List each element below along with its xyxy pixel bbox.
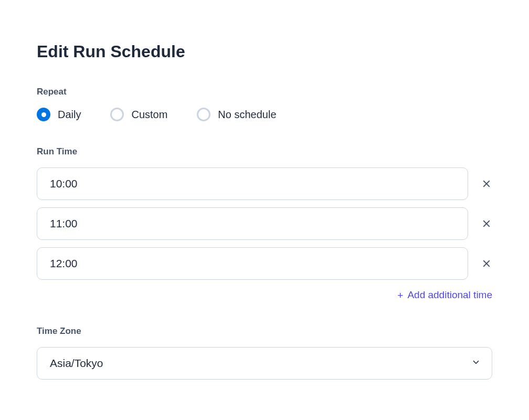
radio-icon bbox=[197, 108, 210, 121]
repeat-option-custom[interactable]: Custom bbox=[110, 108, 167, 121]
repeat-option-label: Daily bbox=[58, 109, 81, 121]
remove-time-button[interactable] bbox=[481, 178, 492, 190]
repeat-section: Repeat Daily Custom No schedule bbox=[37, 87, 492, 121]
repeat-radio-group: Daily Custom No schedule bbox=[37, 108, 492, 121]
run-time-input[interactable] bbox=[37, 167, 468, 200]
timezone-select[interactable]: Asia/Tokyo bbox=[37, 347, 492, 380]
time-row bbox=[37, 207, 492, 240]
remove-time-button[interactable] bbox=[481, 258, 492, 269]
repeat-label: Repeat bbox=[37, 87, 492, 97]
close-icon bbox=[482, 259, 491, 268]
time-row bbox=[37, 167, 492, 200]
timezone-value: Asia/Tokyo bbox=[50, 357, 103, 370]
repeat-option-label: Custom bbox=[131, 109, 167, 121]
timezone-select-wrap: Asia/Tokyo bbox=[37, 347, 492, 380]
add-time-row: + Add additional time bbox=[37, 287, 492, 303]
timezone-label: Time Zone bbox=[37, 326, 492, 337]
add-time-label: Add additional time bbox=[407, 289, 492, 301]
close-icon bbox=[482, 219, 491, 228]
close-icon bbox=[482, 179, 491, 188]
add-additional-time-button[interactable]: + Add additional time bbox=[397, 287, 492, 303]
timezone-section: Time Zone Asia/Tokyo bbox=[37, 326, 492, 380]
repeat-option-daily[interactable]: Daily bbox=[37, 108, 81, 121]
radio-icon bbox=[37, 108, 50, 121]
plus-icon: + bbox=[397, 290, 403, 300]
run-time-section: Run Time + Add additional time bbox=[37, 146, 492, 303]
run-time-input[interactable] bbox=[37, 207, 468, 240]
run-time-input[interactable] bbox=[37, 247, 468, 280]
repeat-option-no-schedule[interactable]: No schedule bbox=[197, 108, 276, 121]
run-time-label: Run Time bbox=[37, 146, 492, 157]
remove-time-button[interactable] bbox=[481, 218, 492, 229]
time-row bbox=[37, 247, 492, 280]
repeat-option-label: No schedule bbox=[218, 109, 276, 121]
page-title: Edit Run Schedule bbox=[37, 42, 492, 61]
radio-icon bbox=[110, 108, 124, 121]
